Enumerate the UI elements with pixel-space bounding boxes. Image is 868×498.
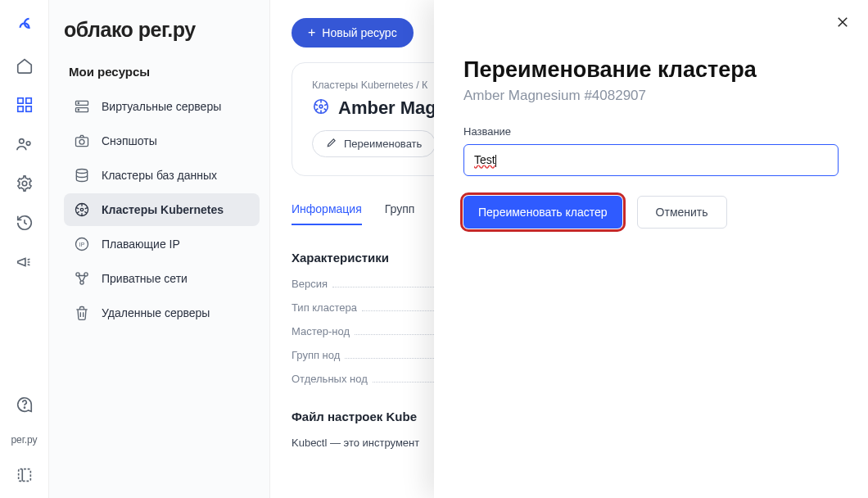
ip-icon: IP: [74, 236, 90, 252]
svg-point-17: [80, 208, 83, 211]
text-caret: [495, 155, 496, 167]
cluster-title: Amber Mag: [338, 97, 436, 119]
new-resource-button[interactable]: + Новый ресурс: [292, 18, 414, 48]
svg-text:IP: IP: [79, 242, 85, 247]
svg-rect-0: [17, 98, 22, 103]
megaphone-icon[interactable]: [15, 252, 34, 272]
section-title: Мои ресурсы: [64, 65, 260, 79]
nav-item-virtual-servers[interactable]: Виртуальные серверы: [64, 90, 260, 123]
name-field-label: Название: [463, 125, 839, 138]
cancel-button[interactable]: Отменить: [637, 196, 727, 229]
tab-groups[interactable]: Групп: [385, 202, 415, 225]
people-icon[interactable]: [15, 134, 34, 154]
kubernetes-wheel-icon: [312, 97, 330, 119]
rename-button[interactable]: Переименовать: [312, 130, 436, 157]
svg-point-14: [79, 139, 84, 144]
trash-icon: [74, 305, 90, 321]
grid-icon[interactable]: [15, 95, 34, 115]
svg-rect-3: [25, 106, 30, 111]
svg-rect-8: [18, 469, 30, 482]
svg-point-4: [19, 139, 23, 144]
nav-label: Плавающие IP: [102, 238, 180, 251]
sidebar: облако рег.ру Мои ресурсы Виртуальные се…: [49, 0, 270, 498]
svg-point-24: [319, 105, 323, 108]
svg-point-15: [76, 170, 87, 174]
nav-label: Виртуальные серверы: [102, 100, 221, 113]
rename-panel: Переименование кластера Amber Magnesium …: [434, 0, 868, 498]
close-icon[interactable]: [835, 15, 850, 33]
name-input[interactable]: Test: [463, 144, 839, 176]
nav-label: Снэпшоты: [102, 134, 157, 147]
svg-point-6: [22, 181, 27, 186]
pencil-icon: [326, 137, 337, 151]
camera-icon: [74, 133, 90, 149]
server-icon: [74, 98, 90, 115]
nav-item-private-networks[interactable]: Приватные сети: [64, 262, 260, 295]
nav-item-floating-ip[interactable]: IP Плавающие IP: [64, 228, 260, 260]
brand-title: облако рег.ру: [64, 18, 260, 42]
svg-point-5: [26, 142, 30, 146]
kubernetes-icon: [74, 201, 90, 218]
network-icon: [74, 270, 90, 287]
rename-label: Переименовать: [344, 138, 422, 150]
panel-subtitle: Amber Magnesium #4082907: [463, 88, 839, 104]
svg-point-7: [24, 407, 25, 408]
svg-rect-2: [17, 106, 22, 111]
nav-item-snapshots[interactable]: Снэпшоты: [64, 124, 260, 157]
home-icon[interactable]: [15, 56, 34, 75]
svg-point-11: [78, 102, 79, 103]
nav-item-deleted-servers[interactable]: Удаленные серверы: [64, 297, 260, 329]
breadcrumb-parent[interactable]: Кластеры Kubernetes: [312, 79, 414, 91]
gear-icon[interactable]: [15, 174, 34, 193]
new-resource-label: Новый ресурс: [322, 26, 396, 39]
logo-icon[interactable]: [15, 16, 34, 36]
svg-rect-1: [25, 98, 30, 103]
nav-label: Кластеры Kubernetes: [102, 203, 224, 216]
panel-title: Переименование кластера: [463, 57, 839, 83]
nav-item-db-clusters[interactable]: Кластеры баз данных: [64, 159, 260, 192]
svg-rect-13: [76, 138, 88, 147]
confirm-rename-button[interactable]: Переименовать кластер: [463, 196, 622, 229]
svg-point-12: [78, 110, 79, 111]
nav-label: Удаленные серверы: [102, 306, 210, 319]
nav-label: Кластеры баз данных: [102, 169, 217, 182]
icon-rail: рег.ру: [0, 0, 49, 498]
panel-icon[interactable]: [15, 465, 34, 485]
plus-icon: +: [308, 26, 315, 39]
history-icon[interactable]: [15, 213, 34, 233]
help-icon[interactable]: [15, 395, 34, 414]
rail-brand-label: рег.ру: [11, 434, 37, 446]
nav-label: Приватные сети: [102, 272, 188, 285]
tab-info[interactable]: Информация: [292, 202, 362, 225]
database-icon: [74, 167, 90, 183]
nav-item-kubernetes[interactable]: Кластеры Kubernetes: [64, 193, 260, 226]
